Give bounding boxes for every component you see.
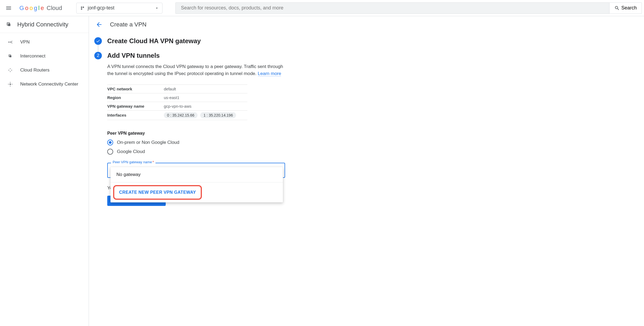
radio-google-cloud-label: Google Cloud bbox=[117, 149, 145, 154]
summary-row-vpc: VPC network default bbox=[107, 84, 247, 93]
search-button[interactable]: Search bbox=[610, 2, 642, 14]
google-cloud-logo[interactable]: Google Cloud bbox=[19, 5, 62, 12]
search-icon bbox=[614, 5, 620, 11]
back-button[interactable] bbox=[94, 20, 104, 29]
vpn-icon bbox=[7, 39, 13, 45]
learn-more-link[interactable]: Learn more bbox=[258, 71, 281, 76]
search-input[interactable] bbox=[175, 2, 610, 14]
sidebar-item-label: Cloud Routers bbox=[20, 67, 50, 73]
summary-value: gcp-vpn-to-aws bbox=[164, 104, 192, 108]
svg-point-8 bbox=[12, 41, 12, 42]
create-new-peer-vpn-gateway-button[interactable]: CREATE NEW PEER VPN GATEWAY bbox=[113, 185, 202, 200]
svg-point-0 bbox=[81, 6, 82, 8]
interconnect-icon bbox=[7, 53, 13, 59]
content: Create Cloud HA VPN gateway 2 Add VPN tu… bbox=[89, 33, 385, 217]
cloud-routers-icon bbox=[7, 67, 13, 73]
peer-gateway-name-label: Peer VPN gateway name* bbox=[111, 160, 155, 164]
summary-row-region: Region us-east1 bbox=[107, 93, 247, 102]
summary-value: default bbox=[164, 87, 176, 91]
radio-icon bbox=[107, 140, 113, 145]
step-2-description-text: A VPN tunnel connects the Cloud VPN gate… bbox=[107, 64, 283, 76]
stepper: Create Cloud HA VPN gateway 2 Add VPN tu… bbox=[94, 37, 380, 206]
svg-point-15 bbox=[8, 84, 9, 85]
search-button-label: Search bbox=[621, 5, 637, 11]
step-2-body: A VPN tunnel connects the Cloud VPN gate… bbox=[107, 63, 380, 206]
left-nav: Hybrid Connectivity VPN Interconnect Clo… bbox=[0, 16, 89, 326]
interface-chip-1: 1 : 35.220.14.196 bbox=[200, 112, 236, 118]
peer-gateway-dropdown: No gateway CREATE NEW PEER VPN GATEWAY bbox=[110, 167, 283, 202]
check-icon bbox=[96, 39, 100, 43]
step-2-description: A VPN tunnel connects the Cloud VPN gate… bbox=[107, 63, 285, 77]
svg-point-16 bbox=[12, 84, 12, 85]
step-2: 2 Add VPN tunnels bbox=[94, 52, 380, 59]
section-title: Hybrid Connectivity bbox=[17, 21, 68, 28]
svg-rect-7 bbox=[11, 41, 12, 43]
radio-onprem-label: On-prem or Non Google Cloud bbox=[117, 140, 179, 145]
summary-key: Interfaces bbox=[107, 113, 164, 117]
svg-rect-3 bbox=[8, 23, 11, 26]
interface-chip-0: 0 : 35.242.15.66 bbox=[164, 112, 198, 118]
hamburger-menu-button[interactable] bbox=[2, 2, 15, 15]
sidebar-item-label: Network Connectivity Center bbox=[20, 82, 78, 87]
radio-onprem[interactable]: On-prem or Non Google Cloud bbox=[107, 140, 380, 145]
step-2-title: Add VPN tunnels bbox=[107, 52, 160, 59]
step-1-badge bbox=[94, 37, 102, 45]
project-icon bbox=[80, 5, 85, 11]
search-wrap: Search bbox=[175, 2, 642, 14]
summary-key: Region bbox=[107, 95, 164, 100]
svg-point-5 bbox=[8, 42, 9, 42]
svg-point-2 bbox=[81, 8, 82, 9]
summary-key: VPN gateway name bbox=[107, 104, 164, 108]
step-1: Create Cloud HA VPN gateway bbox=[94, 37, 380, 45]
radio-google-cloud[interactable]: Google Cloud bbox=[107, 149, 380, 155]
chevron-down-icon bbox=[155, 6, 159, 10]
page-header: Create a VPN bbox=[89, 16, 644, 33]
sidebar-item-label: VPN bbox=[20, 39, 30, 45]
dropdown-divider bbox=[110, 182, 283, 182]
gateway-summary-table: VPC network default Region us-east1 VPN … bbox=[107, 84, 247, 120]
sidebar-item-cloud-routers[interactable]: Cloud Routers bbox=[0, 63, 89, 77]
svg-point-1 bbox=[82, 6, 84, 8]
nav-list: VPN Interconnect Cloud Routers Network C… bbox=[0, 33, 89, 91]
summary-value-interfaces: 0 : 35.242.15.66 1 : 35.220.14.196 bbox=[164, 112, 236, 118]
main: Create a VPN Create Cloud HA VPN gateway… bbox=[89, 16, 644, 326]
svg-point-13 bbox=[10, 82, 11, 83]
project-picker[interactable]: jonf-gcp-test bbox=[76, 3, 162, 13]
peer-vpn-gateway-name-field[interactable]: Peer VPN gateway name* No gateway CREATE… bbox=[107, 163, 285, 178]
step-2-badge: 2 bbox=[94, 52, 102, 59]
step-connector bbox=[98, 45, 98, 52]
ncc-icon bbox=[7, 81, 13, 87]
hybrid-connectivity-icon bbox=[5, 21, 12, 28]
project-name: jonf-gcp-test bbox=[88, 5, 152, 11]
dropdown-option-no-gateway[interactable]: No gateway bbox=[110, 167, 283, 182]
topbar: Google Cloud jonf-gcp-test Search bbox=[0, 0, 644, 16]
sidebar-item-ncc[interactable]: Network Connectivity Center bbox=[0, 77, 89, 91]
svg-point-14 bbox=[10, 86, 11, 86]
svg-rect-6 bbox=[9, 42, 11, 42]
peer-vpn-gateway-label: Peer VPN gateway bbox=[107, 131, 380, 136]
radio-icon bbox=[107, 149, 113, 155]
step-1-title: Create Cloud HA VPN gateway bbox=[107, 37, 201, 45]
sidebar-item-vpn[interactable]: VPN bbox=[0, 35, 89, 49]
section-title-row: Hybrid Connectivity bbox=[0, 16, 89, 33]
summary-key: VPC network bbox=[107, 87, 164, 91]
summary-value: us-east1 bbox=[164, 95, 179, 100]
sidebar-item-label: Interconnect bbox=[20, 53, 46, 59]
menu-icon bbox=[5, 5, 12, 11]
svg-point-12 bbox=[10, 84, 11, 85]
body: Hybrid Connectivity VPN Interconnect Clo… bbox=[0, 16, 644, 326]
arrow-back-icon bbox=[96, 21, 103, 28]
required-asterisk: * bbox=[153, 160, 154, 164]
summary-row-interfaces: Interfaces 0 : 35.242.15.66 1 : 35.220.1… bbox=[107, 110, 247, 120]
svg-point-9 bbox=[12, 43, 12, 43]
logo-cloud-text: Cloud bbox=[47, 5, 62, 12]
page-title: Create a VPN bbox=[110, 21, 147, 28]
summary-row-gateway-name: VPN gateway name gcp-vpn-to-aws bbox=[107, 102, 247, 110]
sidebar-item-interconnect[interactable]: Interconnect bbox=[0, 49, 89, 63]
